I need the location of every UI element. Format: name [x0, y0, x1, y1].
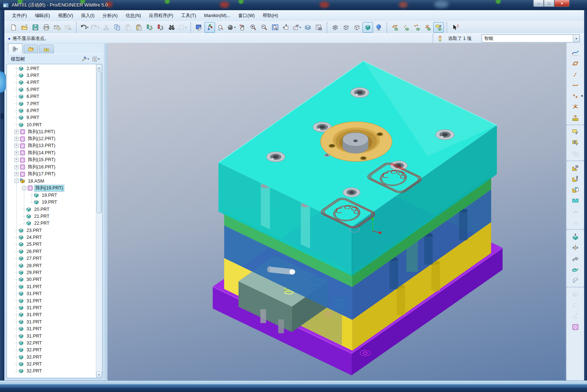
tree-item[interactable]: +阵列(15.PRT): [7, 156, 96, 163]
tree-item[interactable]: 4.PRT: [7, 79, 96, 86]
tree-expander-plus[interactable]: +: [15, 144, 19, 148]
tree-item[interactable]: −阵列(19.PRT): [7, 185, 96, 192]
regenerate-button[interactable]: [145, 22, 155, 33]
graphics-viewport[interactable]: [108, 43, 566, 380]
sketch-tool-button[interactable]: [570, 113, 581, 123]
tree-item[interactable]: 28.PRT: [7, 262, 96, 269]
zoom-in-button[interactable]: [248, 22, 259, 33]
close-button[interactable]: ×: [554, 0, 570, 7]
datum-plane-button[interactable]: [570, 58, 581, 68]
assemble-button[interactable]: [570, 163, 581, 173]
reorient-view-button[interactable]: [281, 22, 291, 33]
tab-model-tree[interactable]: [8, 44, 23, 54]
tree-expander-plus[interactable]: +: [15, 137, 19, 141]
annotation-toggle-button[interactable]: [433, 22, 444, 33]
tree-item[interactable]: 9.PRT: [7, 114, 96, 121]
style-surface-button[interactable]: [570, 275, 581, 285]
saved-views-button[interactable]: AB▼: [292, 22, 302, 33]
menu-w[interactable]: 窗口(W): [234, 11, 259, 20]
wireframe-button[interactable]: [330, 22, 340, 33]
menu-v[interactable]: 视图(V): [54, 11, 77, 20]
tree-item[interactable]: 19.PRT: [7, 199, 96, 205]
refit-button[interactable]: [270, 22, 280, 33]
menu-e[interactable]: 编辑(E): [31, 11, 54, 20]
tree-item[interactable]: 22.PRT: [7, 220, 96, 227]
pattern-button[interactable]: [570, 322, 581, 332]
tree-item[interactable]: 5.PRT: [7, 86, 96, 93]
tree-item[interactable]: −18.ASM: [7, 177, 96, 184]
selection-filter-dropdown[interactable]: ▼: [573, 35, 579, 42]
pan-zoom-button[interactable]: [237, 22, 248, 33]
shaded-button[interactable]: [363, 22, 373, 33]
menu-manikinm[interactable]: Manikin(M)...: [200, 12, 234, 20]
tree-expander-plus[interactable]: +: [15, 165, 19, 169]
tree-item[interactable]: 25.PRT: [7, 241, 96, 248]
view-manager-button[interactable]: [313, 22, 324, 33]
regenerate-manager-button[interactable]: [155, 22, 166, 33]
revolve-button[interactable]: [570, 242, 581, 252]
saved-views-dropdown-arrow[interactable]: ▼: [299, 26, 302, 29]
redo-dropdown-arrow[interactable]: ▼: [97, 26, 100, 29]
tree-item[interactable]: 23.PRT: [7, 227, 96, 234]
tree-item[interactable]: 2.PRT: [7, 65, 96, 72]
tree-expander-minus[interactable]: −: [15, 179, 19, 183]
tree-item[interactable]: 32.PRT: [7, 339, 96, 346]
tree-item[interactable]: 31.PRT: [7, 297, 96, 304]
tree-settings-dropdown-arrow[interactable]: ▼: [87, 58, 90, 60]
extrude-button[interactable]: [570, 232, 581, 241]
tree-columns-dropdown-arrow[interactable]: ▼: [97, 58, 100, 60]
menu-n[interactable]: 信息(N): [122, 11, 145, 20]
tree-item[interactable]: +阵列(16.PRT): [7, 163, 96, 170]
tree-item[interactable]: 26.PRT: [7, 248, 96, 255]
scrollbar-thumb[interactable]: [97, 71, 102, 213]
tree-item[interactable]: 8.PRT: [7, 107, 96, 114]
tree-expander-plus[interactable]: +: [15, 151, 19, 155]
style-tool-button[interactable]: [570, 48, 581, 57]
paste-special-button[interactable]: [134, 22, 144, 33]
spin-center-button[interactable]: [205, 22, 215, 33]
datum-axis-button[interactable]: [570, 69, 581, 79]
sweep-button[interactable]: [570, 253, 581, 263]
hidden-line-button[interactable]: [341, 22, 351, 33]
datum-csys-button[interactable]: [570, 102, 581, 112]
navigator-sash-handle[interactable]: [0, 71, 6, 93]
tree-item[interactable]: +阵列(14.PRT): [7, 150, 96, 156]
menu-i[interactable]: 插入(I): [77, 11, 98, 20]
tree-item[interactable]: 31.PRT: [7, 318, 96, 325]
render-style-dropdown-arrow[interactable]: ▼: [234, 26, 236, 29]
tree-item[interactable]: 29.PRT: [7, 269, 96, 276]
maximize-button[interactable]: □: [544, 0, 554, 7]
find-button[interactable]: [166, 22, 177, 33]
tree-item[interactable]: 31.PRT: [7, 304, 96, 311]
tab-folders[interactable]: [24, 45, 38, 54]
menu-a[interactable]: 分析(A): [98, 11, 122, 20]
locating-ring[interactable]: [320, 122, 392, 162]
tree-item[interactable]: 30.PRT: [7, 276, 96, 283]
navigator-viewport-splitter[interactable]: [104, 44, 108, 380]
tree-item[interactable]: 19.PRT: [7, 192, 96, 199]
tree-item[interactable]: 32.PRT: [7, 368, 96, 375]
menu-h[interactable]: 帮助(H): [259, 11, 282, 20]
annotation-button[interactable]: [570, 127, 581, 137]
tree-item[interactable]: 31.PRT: [7, 325, 96, 332]
context-help-button[interactable]: ?: [450, 22, 460, 33]
datum-csys-toggle-button[interactable]: [422, 22, 433, 33]
tree-item[interactable]: +阵列(13.PRT): [7, 142, 96, 149]
print-button[interactable]: [41, 22, 52, 33]
annotation-feature-button[interactable]: [570, 138, 581, 148]
send-mail-button[interactable]: [52, 22, 62, 33]
tree-settings-button[interactable]: ▼: [81, 56, 90, 62]
render-style-button[interactable]: ▼: [226, 22, 237, 33]
tree-item[interactable]: 32.PRT: [7, 354, 96, 360]
mold-feature-button[interactable]: [570, 196, 581, 205]
tree-expander-plus[interactable]: +: [15, 172, 19, 176]
copy-button[interactable]: [112, 22, 122, 33]
minimize-button[interactable]: –: [533, 0, 544, 7]
datum-point-button[interactable]: ▶: [570, 91, 581, 101]
tab-favorites[interactable]: [39, 45, 54, 54]
zoom-out-button[interactable]: [259, 22, 270, 33]
tree-item[interactable]: 3.PRT: [7, 72, 96, 79]
undo-button[interactable]: ▼: [79, 22, 90, 33]
tree-expander-minus[interactable]: −: [22, 186, 26, 190]
mold-assembly-3d[interactable]: [108, 43, 566, 380]
